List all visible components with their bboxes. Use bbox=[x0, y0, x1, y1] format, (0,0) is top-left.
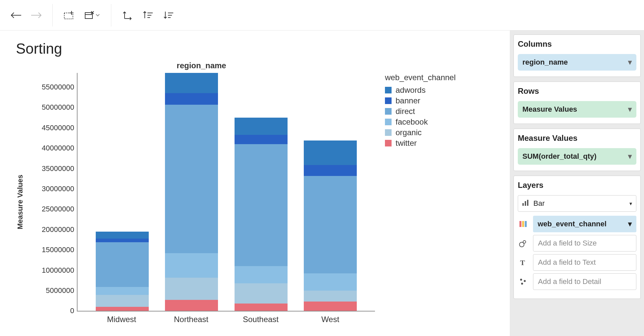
new-worksheet-button[interactable] bbox=[59, 6, 78, 25]
detail-icon bbox=[518, 276, 528, 287]
legend-title: web_event_channel bbox=[385, 73, 456, 82]
legend-label: twitter bbox=[396, 139, 417, 148]
legend-item[interactable]: direct bbox=[385, 107, 456, 116]
back-button[interactable] bbox=[7, 6, 25, 25]
chevron-down-icon: ▾ bbox=[628, 105, 632, 114]
chevron-down-icon: ▾ bbox=[628, 220, 632, 228]
bar-segment[interactable] bbox=[235, 135, 288, 144]
bar-segment[interactable] bbox=[96, 307, 149, 311]
svg-rect-20 bbox=[525, 201, 526, 206]
bar-segment[interactable] bbox=[304, 140, 357, 165]
y-axis-label: Measure Values bbox=[16, 161, 25, 229]
bar-segment[interactable] bbox=[235, 283, 288, 304]
bar-segment[interactable] bbox=[96, 242, 149, 287]
legend-swatch bbox=[385, 97, 392, 104]
toolbar bbox=[0, 0, 644, 30]
stacked-bar[interactable] bbox=[304, 140, 357, 311]
text-icon: T bbox=[518, 257, 528, 268]
svg-point-28 bbox=[520, 279, 522, 281]
legend-swatch bbox=[385, 119, 392, 125]
measure-values-pill[interactable]: SUM(order_total_qty) ▾ bbox=[518, 148, 636, 165]
svg-text:T: T bbox=[520, 258, 525, 266]
x-tick: West bbox=[304, 315, 357, 324]
rows-pill[interactable]: Measure Values ▾ bbox=[518, 101, 636, 118]
legend-item[interactable]: organic bbox=[385, 128, 456, 137]
bar-segment[interactable] bbox=[165, 278, 218, 300]
bar-segment[interactable] bbox=[96, 232, 149, 239]
bar-segment[interactable] bbox=[96, 287, 149, 295]
swap-axes-button[interactable] bbox=[118, 6, 136, 25]
pill-label: SUM(order_total_qty) bbox=[522, 152, 597, 161]
bar-segment[interactable] bbox=[165, 73, 218, 93]
layer-type-select[interactable]: Bar ▾ bbox=[518, 195, 636, 212]
legend-swatch bbox=[385, 108, 392, 115]
svg-point-26 bbox=[519, 242, 524, 247]
layer-size-placeholder: Add a field to Size bbox=[538, 239, 597, 248]
chart-area: Sorting region_name Measure Values 05000… bbox=[0, 30, 510, 336]
toolbar-divider bbox=[111, 4, 111, 27]
bar-segment[interactable] bbox=[165, 105, 218, 253]
legend-item[interactable]: adwords bbox=[385, 85, 456, 95]
bar-segment[interactable] bbox=[304, 302, 357, 311]
legend-label: facebook bbox=[396, 117, 428, 127]
legend-label: organic bbox=[396, 128, 422, 137]
legend-swatch bbox=[385, 140, 392, 146]
bar-segment[interactable] bbox=[304, 176, 357, 274]
chart-plot[interactable]: 0500000010000000150000002000000025000000… bbox=[27, 73, 375, 318]
chevron-down-icon: ▾ bbox=[628, 152, 632, 161]
bar-chart-icon bbox=[522, 199, 529, 208]
legend-item[interactable]: banner bbox=[385, 96, 456, 105]
layer-detail-placeholder: Add a field to Detail bbox=[538, 277, 601, 286]
stacked-bar[interactable] bbox=[235, 118, 288, 311]
stacked-bar[interactable] bbox=[96, 232, 149, 311]
bar-segment[interactable] bbox=[96, 295, 149, 307]
sort-descending-button[interactable] bbox=[159, 6, 178, 25]
bar-segment[interactable] bbox=[165, 300, 218, 311]
bar-segment[interactable] bbox=[235, 304, 288, 311]
pill-label: region_name bbox=[522, 58, 568, 67]
bar-segment[interactable] bbox=[304, 165, 357, 176]
layer-detail-field[interactable]: Add a field to Detail bbox=[533, 273, 636, 290]
bar-segment[interactable] bbox=[235, 144, 288, 266]
bar-segment[interactable] bbox=[235, 118, 288, 135]
layer-size-field[interactable]: Add a field to Size bbox=[533, 235, 636, 252]
clear-sheet-button[interactable] bbox=[80, 6, 104, 25]
layer-text-placeholder: Add a field to Text bbox=[538, 258, 596, 267]
y-tick: 25000000 bbox=[42, 205, 74, 213]
y-tick: 35000000 bbox=[42, 164, 74, 173]
y-tick: 15000000 bbox=[42, 246, 74, 254]
bar-segment[interactable] bbox=[304, 273, 357, 291]
layer-text-field[interactable]: Add a field to Text bbox=[533, 254, 636, 271]
bar-segment[interactable] bbox=[165, 93, 218, 104]
y-tick: 45000000 bbox=[42, 124, 74, 132]
svg-point-29 bbox=[524, 280, 526, 282]
y-tick: 55000000 bbox=[42, 83, 74, 91]
legend-swatch bbox=[385, 129, 392, 136]
columns-pill[interactable]: region_name ▾ bbox=[518, 54, 636, 71]
layer-color-field[interactable]: web_event_channel ▾ bbox=[533, 216, 636, 232]
forward-button[interactable] bbox=[27, 6, 46, 25]
legend-item[interactable]: facebook bbox=[385, 117, 456, 127]
svg-rect-19 bbox=[522, 203, 524, 206]
bar-segment[interactable] bbox=[235, 266, 288, 283]
rows-header: Rows bbox=[518, 86, 636, 96]
y-tick: 20000000 bbox=[42, 225, 74, 234]
bar-segment[interactable] bbox=[304, 291, 357, 302]
layer-type-label: Bar bbox=[533, 199, 625, 208]
svg-point-30 bbox=[521, 283, 523, 285]
stacked-bar[interactable] bbox=[165, 73, 218, 311]
bar-segment[interactable] bbox=[96, 239, 149, 242]
bar-segment[interactable] bbox=[165, 253, 218, 278]
right-panel: Columns region_name ▾ Rows Measure Value… bbox=[510, 30, 644, 336]
sort-ascending-button[interactable] bbox=[138, 6, 157, 25]
x-tick: Southeast bbox=[234, 315, 287, 324]
svg-rect-21 bbox=[527, 200, 528, 206]
legend-swatch bbox=[385, 87, 392, 93]
x-tick: Northeast bbox=[165, 315, 218, 324]
columns-header: Columns bbox=[518, 39, 636, 49]
palette-icon bbox=[518, 219, 528, 229]
y-tick: 0 bbox=[70, 307, 74, 315]
svg-rect-22 bbox=[519, 221, 521, 227]
legend-label: banner bbox=[396, 96, 420, 105]
legend-item[interactable]: twitter bbox=[385, 139, 456, 148]
